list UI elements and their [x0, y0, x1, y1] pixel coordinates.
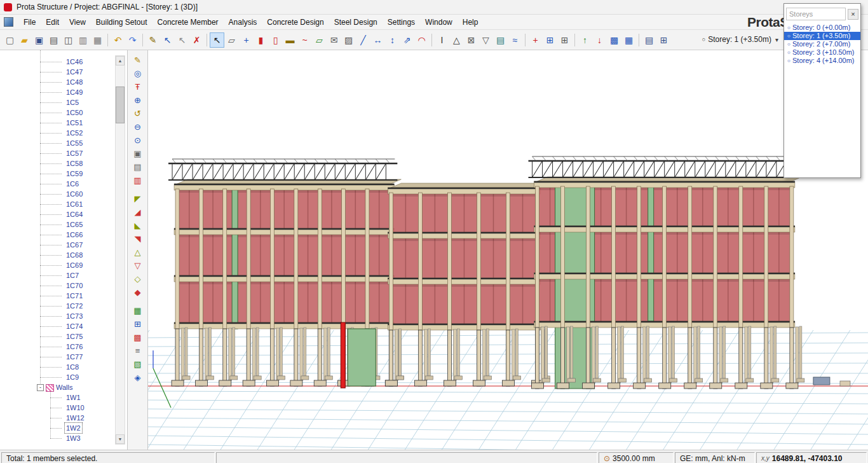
section-marker-a-icon[interactable]: ◤ — [132, 193, 144, 205]
line-tool-icon[interactable]: ╱ — [356, 32, 370, 48]
tree-item-1c55[interactable]: 1C55 — [0, 138, 127, 148]
elevation-marker-a-icon[interactable]: △ — [132, 246, 144, 258]
undo-icon[interactable]: ↶ — [111, 32, 125, 48]
mesh-view-icon[interactable]: ▦ — [132, 305, 144, 317]
storey-option[interactable]: ○Storey: 0 (+0.00m) — [784, 24, 860, 32]
node-marker-filled-icon[interactable]: ◆ — [132, 286, 144, 298]
tree-item-1c57[interactable]: 1C57 — [0, 148, 127, 158]
tree-item-1c71[interactable]: 1C71 — [0, 291, 127, 301]
tree-item-1c76[interactable]: 1C76 — [0, 342, 127, 352]
storey-up-icon[interactable]: ↑ — [578, 32, 592, 48]
tree-item-1c48[interactable]: 1C48 — [0, 77, 127, 87]
paste-view-icon[interactable]: ▤ — [132, 161, 144, 173]
pattern-view-icon[interactable]: ▧ — [132, 358, 144, 370]
tree-item-1c9[interactable]: 1C9 — [0, 372, 127, 382]
grid-view-icon[interactable]: ⊞ — [132, 318, 144, 330]
menu-settings[interactable]: Settings — [383, 16, 420, 29]
storey-option[interactable]: ○Storey: 3 (+10.50m) — [784, 48, 860, 57]
mesh-tool-icon[interactable]: ≈ — [508, 32, 522, 48]
cross-section-tool-icon[interactable]: ⊠ — [464, 32, 478, 48]
scroll-down-icon[interactable]: ▼ — [116, 434, 125, 444]
tree-item-1w12[interactable]: 1W12 — [0, 413, 127, 423]
storey-down-icon[interactable]: ↓ — [592, 32, 607, 48]
snap-target-icon[interactable]: ◎ — [132, 67, 144, 79]
tree-item-1c73[interactable]: 1C73 — [0, 311, 127, 321]
scroll-up-icon[interactable]: ▲ — [116, 56, 125, 66]
section-marker-c-icon[interactable]: ◣ — [132, 219, 144, 232]
tree-item-1c7[interactable]: 1C7 — [0, 270, 127, 280]
arc-tool-icon[interactable]: ◠ — [414, 32, 429, 48]
tree-item-1c72[interactable]: 1C72 — [0, 301, 127, 311]
menu-help[interactable]: Help — [458, 16, 484, 29]
save-icon[interactable]: ▣ — [32, 32, 46, 48]
menu-analysis[interactable]: Analysis — [224, 16, 262, 29]
pattern-tool-icon[interactable]: ▩ — [607, 32, 621, 48]
table-tool-icon[interactable]: ⊞ — [543, 32, 557, 48]
steel-section-tool-icon[interactable]: I — [435, 32, 449, 48]
selected-member[interactable] — [341, 322, 345, 388]
tree-item-1c74[interactable]: 1C74 — [0, 321, 127, 331]
pencil-tool-icon[interactable]: ✎ — [132, 54, 144, 66]
deck-tool-icon[interactable]: ▤ — [493, 32, 508, 48]
storey-option[interactable]: ○Storey: 4 (+14.00m) — [784, 57, 860, 65]
elevation-marker-b-icon[interactable]: ▽ — [132, 259, 144, 272]
menu-concrete-design[interactable]: Concrete Design — [262, 16, 329, 29]
menu-building-setout[interactable]: Building Setout — [91, 16, 153, 29]
tree-item-1c70[interactable]: 1C70 — [0, 280, 127, 291]
polyline-tool-icon[interactable]: ~ — [297, 32, 312, 48]
report-document-icon[interactable]: ▦ — [90, 32, 105, 48]
view-grid-icon[interactable]: ⊞ — [656, 32, 671, 48]
tree-item-1c47[interactable]: 1C47 — [0, 67, 127, 77]
view-report-icon[interactable]: ▤ — [642, 32, 656, 48]
section-marker-d-icon[interactable]: ◥ — [132, 233, 144, 245]
tree-item-1c64[interactable]: 1C64 — [0, 209, 127, 219]
redo-icon[interactable]: ↷ — [125, 32, 140, 48]
dim-horizontal-icon[interactable]: ↔ — [370, 32, 385, 48]
pick-pencil-icon[interactable]: ✎ — [146, 32, 160, 48]
storey-option[interactable]: ○Storey: 2 (+7.00m) — [784, 40, 860, 48]
marquee-select-icon[interactable]: ▱ — [224, 32, 239, 48]
tree-node-walls[interactable]: -Walls — [0, 382, 127, 392]
tree-item-1c75[interactable]: 1C75 — [0, 331, 127, 342]
collapse-toggle-icon[interactable]: - — [37, 384, 44, 391]
tree-item-1c69[interactable]: 1C69 — [0, 260, 127, 270]
report-table-icon[interactable]: ▦ — [621, 32, 636, 48]
grid-table-tool-icon[interactable]: ⊞ — [557, 32, 572, 48]
tree-item-1c66[interactable]: 1C66 — [0, 230, 127, 240]
zoom-out-icon[interactable]: ⊖ — [132, 121, 144, 133]
brace-tool-icon[interactable]: ▽ — [478, 32, 493, 48]
truss-tool-icon[interactable]: △ — [449, 32, 464, 48]
hatch-view-icon[interactable]: ▩ — [132, 331, 144, 343]
menu-edit[interactable]: Edit — [41, 16, 64, 29]
pick-add-icon[interactable]: ↖ — [160, 32, 175, 48]
section-marker-b-icon[interactable]: ◢ — [132, 206, 144, 218]
tree-item-1c77[interactable]: 1C77 — [0, 352, 127, 362]
tree-item-1c59[interactable]: 1C59 — [0, 169, 127, 179]
tree-item-1c8[interactable]: 1C8 — [0, 362, 127, 372]
tree-item-1c50[interactable]: 1C50 — [0, 107, 127, 118]
pick-remove-icon[interactable]: ↖ — [175, 32, 189, 48]
snap-grid-icon[interactable]: + — [239, 32, 254, 48]
hatch-tool-icon[interactable]: ▨ — [341, 32, 356, 48]
tree-item-1w3[interactable]: 1W3 — [0, 433, 127, 443]
model-3d[interactable] — [148, 50, 868, 450]
tree-item-1c68[interactable]: 1C68 — [0, 250, 127, 260]
envelope-tool-icon[interactable]: ✉ — [327, 32, 341, 48]
storeys-filter-field[interactable]: Storeys — [786, 8, 846, 20]
tree-item-1c6[interactable]: 1C6 — [0, 179, 127, 189]
menu-window[interactable]: Window — [420, 16, 458, 29]
zoom-extents-icon[interactable]: ⊙ — [132, 134, 144, 146]
measure-tool-icon[interactable]: ▥ — [132, 174, 144, 186]
layers-view-icon[interactable]: ≡ — [132, 345, 144, 357]
tree-item-1c65[interactable]: 1C65 — [0, 219, 127, 230]
detail-view-icon[interactable]: ◈ — [132, 371, 144, 384]
wall-tool-icon[interactable]: ▯ — [268, 32, 283, 48]
viewport[interactable] — [148, 50, 868, 450]
print-preview-icon[interactable]: ◫ — [61, 32, 76, 48]
select-pointer-icon[interactable]: ↖ — [210, 32, 224, 48]
zoom-in-icon[interactable]: ⊕ — [132, 94, 144, 106]
tree-scrollbar[interactable]: ▲ ▼ — [115, 55, 125, 445]
new-document-icon[interactable]: ▢ — [3, 32, 17, 48]
menu-steel-design[interactable]: Steel Design — [329, 16, 383, 29]
tree-item-1w10[interactable]: 1W10 — [0, 403, 127, 413]
